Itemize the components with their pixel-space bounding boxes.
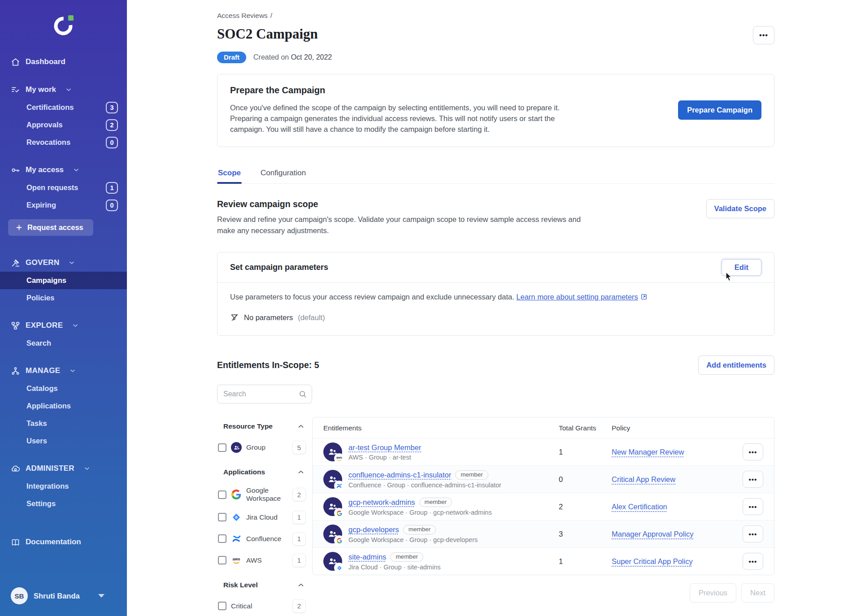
request-access-button[interactable]: Request access (8, 219, 93, 236)
checkbox-confluence[interactable] (218, 534, 226, 543)
count-badge: 0 (106, 137, 118, 148)
row-actions-menu-button[interactable]: ••• (743, 498, 763, 515)
checkbox-google-workspace[interactable] (218, 490, 226, 499)
sidebar-item-label: Policies (26, 294, 54, 302)
sidebar-item-tasks[interactable]: Tasks (0, 415, 127, 432)
created-value: Oct 20, 2022 (291, 53, 332, 61)
sidebar-item-label: Documentation (26, 538, 81, 547)
entitlements-search (217, 385, 312, 403)
entitlement-link[interactable]: confluence-admins-c1-insulator (348, 471, 451, 479)
sidebar-item-users[interactable]: Users (0, 432, 127, 450)
tab-configuration[interactable]: Configuration (260, 165, 307, 183)
sidebar-item-search[interactable]: Search (0, 334, 127, 352)
count-badge: 1 (106, 182, 118, 194)
sidebar-group-label: ADMINISTER (26, 464, 74, 473)
sidebar-item-approvals[interactable]: Approvals 2 (0, 116, 127, 134)
member-pill: member (390, 552, 423, 562)
sidebar: Dashboard My work Certifications 3 Appro… (0, 0, 127, 616)
kebab-icon: ••• (749, 558, 757, 565)
chevron-up-icon[interactable] (297, 422, 305, 430)
sidebar-item-catalogs[interactable]: Catalogs (0, 380, 127, 397)
chevron-up-icon[interactable] (297, 468, 305, 476)
row-actions-menu-button[interactable]: ••• (743, 553, 763, 570)
entitlement-link[interactable]: ar-test Group Member (348, 443, 421, 452)
filter-label: Google Workspace (246, 486, 284, 503)
sidebar-item-policies[interactable]: Policies (0, 289, 127, 307)
sidebar-item-expiring[interactable]: Expiring 0 (0, 196, 127, 214)
kebab-icon: ••• (749, 476, 757, 483)
checkbox-aws[interactable] (218, 556, 226, 564)
sidebar-group-govern[interactable]: GOVERN (0, 254, 127, 272)
row-actions-menu-button[interactable]: ••• (743, 471, 763, 488)
home-icon (11, 57, 20, 67)
member-pill: member (403, 525, 436, 534)
sidebar-item-label: Search (26, 339, 51, 347)
total-grants-value: 2 (559, 503, 612, 511)
review-scope-description: Review and refine your campaign's scope.… (217, 214, 585, 236)
policy-link[interactable]: Manager Approval Policy (612, 530, 732, 538)
confluence-icon (231, 534, 242, 544)
sidebar-item-campaigns[interactable]: Campaigns (0, 272, 127, 289)
sidebar-item-applications[interactable]: Applications (0, 397, 127, 415)
user-menu[interactable]: SB Shruti Banda (0, 579, 127, 616)
app-logo[interactable] (0, 0, 127, 53)
entitlement-link[interactable]: gcp-developers (348, 525, 399, 534)
group-entitlement-icon: aws (323, 442, 342, 461)
sidebar-item-dashboard[interactable]: Dashboard (0, 53, 127, 71)
filter-panel: Resource Type Group 5 Applications (217, 417, 312, 616)
checkbox-group[interactable] (218, 443, 226, 452)
sidebar-item-documentation[interactable]: Documentation (0, 533, 127, 551)
checkbox-critical[interactable] (218, 602, 226, 610)
sidebar-group-manage[interactable]: MANAGE (0, 362, 127, 380)
sidebar-item-open-requests[interactable]: Open requests 1 (0, 179, 127, 196)
sidebar-group-my-access[interactable]: My access (0, 161, 127, 179)
main-content: Access Reviews / SOC2 Campaign ••• Draft… (127, 0, 861, 616)
table-row: confluence-admins-c1-insulator member Co… (313, 466, 774, 493)
validate-scope-button[interactable]: Validate Scope (706, 199, 774, 218)
filter-off-icon (230, 313, 239, 322)
member-pill: member (455, 470, 488, 480)
table-row: gcp-developers member Google Workspace ·… (313, 521, 774, 548)
breadcrumb-access-reviews[interactable]: Access Reviews (217, 12, 268, 20)
google-badge-icon (335, 536, 344, 545)
conductorone-logo-icon (52, 13, 75, 37)
policy-link[interactable]: Super Critical App Policy (612, 557, 732, 566)
chevron-down-icon (68, 259, 75, 266)
sidebar-item-label: Tasks (26, 419, 47, 428)
policy-link[interactable]: New Manager Review (612, 448, 732, 456)
sidebar-item-certifications[interactable]: Certifications 3 (0, 99, 127, 116)
group-entitlement-icon (323, 497, 342, 516)
sidebar-group-explore[interactable]: EXPLORE (0, 317, 127, 334)
aws-icon: aws (231, 555, 242, 566)
prepare-campaign-button[interactable]: Prepare Campaign (678, 100, 761, 120)
row-actions-menu-button[interactable]: ••• (743, 525, 763, 542)
sidebar-item-integrations[interactable]: Integrations (0, 477, 127, 495)
previous-page-button[interactable]: Previous (690, 583, 736, 603)
page-actions-menu-button[interactable]: ••• (753, 26, 774, 44)
row-actions-menu-button[interactable]: ••• (743, 443, 763, 460)
add-entitlements-button[interactable]: Add entitlements (698, 356, 774, 375)
entitlement-link[interactable]: gcp-network-admins (348, 498, 415, 507)
policy-link[interactable]: Alex Certification (612, 503, 732, 511)
kebab-icon: ••• (749, 530, 757, 538)
tab-scope[interactable]: Scope (217, 165, 242, 183)
policy-link[interactable]: Critical App Review (612, 475, 732, 484)
sidebar-item-revocations[interactable]: Revocations 0 (0, 134, 127, 151)
entitlement-link[interactable]: site-admins (348, 553, 386, 561)
external-link-icon (640, 293, 648, 300)
kebab-icon: ••• (759, 31, 768, 39)
learn-more-link[interactable]: Learn more about setting parameters (516, 293, 638, 301)
tab-bar: Scope Configuration (217, 165, 774, 184)
caret-down-icon (98, 594, 104, 598)
sidebar-group-administer[interactable]: ADMINISTER (0, 460, 127, 477)
sidebar-item-settings[interactable]: Settings (0, 495, 127, 512)
next-page-button[interactable]: Next (741, 583, 774, 603)
chevron-up-icon[interactable] (297, 581, 305, 589)
filter-label: AWS (246, 556, 262, 564)
chevron-down-icon (72, 322, 79, 329)
checkbox-jira-cloud[interactable] (218, 513, 226, 521)
sidebar-group-label: GOVERN (26, 258, 59, 267)
sidebar-group-my-work[interactable]: My work (0, 81, 127, 99)
edit-parameters-button[interactable]: Edit (722, 259, 761, 276)
filter-count: 2 (292, 488, 306, 501)
